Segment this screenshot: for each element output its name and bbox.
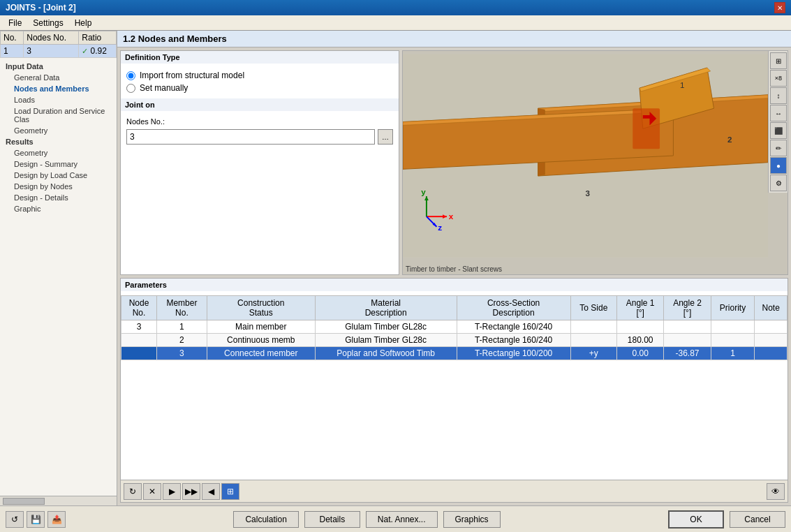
cell-cross-section: T-Rectangle 160/240 (457, 334, 570, 347)
ratio-value: 0.92 (91, 46, 107, 56)
tree-general-data[interactable]: General Data (0, 72, 117, 83)
th-construction-status: ConstructionStatus (207, 296, 315, 320)
parameters-panel: Parameters NodeNo. MemberNo. Constructio… (120, 278, 788, 503)
th-priority: Priority (711, 296, 755, 320)
definition-radio-group: Import from structural model Set manuall… (121, 68, 399, 96)
cell-cross-section: T-Rectangle 160/240 (457, 320, 570, 334)
close-button[interactable]: ✕ (774, 2, 785, 13)
viewer-label: Timber to timber - Slant screws (406, 265, 502, 273)
svg-text:y: y (421, 187, 426, 196)
cell-to-side (570, 334, 616, 347)
cell-node-no (121, 347, 157, 360)
svg-text:x: x (449, 212, 454, 221)
tree-loads[interactable]: Loads (0, 94, 117, 105)
right-content: 1.2 Nodes and Members Definition Type Im… (117, 31, 791, 505)
menu-file[interactable]: File (3, 17, 27, 29)
tree-nav: Input Data General Data Nodes and Member… (0, 58, 117, 496)
bottom-left: ↺ 💾 📤 (6, 511, 66, 528)
back-button[interactable]: ◀ (202, 483, 220, 500)
tree-design-summary[interactable]: Design - Summary (0, 158, 117, 170)
save-icon-button[interactable]: 💾 (27, 511, 45, 528)
viewer-btn-4[interactable]: ↔ (770, 105, 787, 121)
nodes-input[interactable] (126, 129, 375, 145)
table-row[interactable]: 3 Connected member Poplar and Softwood T… (121, 347, 788, 360)
cell-node-no (121, 334, 157, 347)
cell-note (755, 347, 788, 360)
tree-nodes-members[interactable]: Nodes and Members (0, 83, 117, 94)
bottom-center: Calculation Details Nat. Annex... Graphi… (233, 511, 500, 528)
viewer-btn-2[interactable]: ×8 (770, 70, 787, 87)
nodes-label: Nodes No.: (121, 115, 399, 128)
radio-manual-input[interactable] (126, 84, 135, 93)
radio-import[interactable]: Import from structural model (126, 71, 393, 80)
viewer-btn-5[interactable]: ⬛ (770, 122, 787, 139)
cancel-button[interactable]: Cancel (730, 511, 785, 528)
refresh-button[interactable]: ↻ (124, 483, 142, 500)
left-scrollbar[interactable] (0, 496, 117, 505)
menu-help[interactable]: Help (69, 17, 98, 29)
radio-import-input[interactable] (126, 71, 135, 80)
window-title: JOINTS - [Joint 2] (6, 3, 76, 13)
cell-note (755, 320, 788, 334)
cell-member-no: 3 (157, 347, 207, 360)
viewer-btn-3[interactable]: ↕ (770, 87, 787, 104)
svg-text:2: 2 (727, 135, 732, 144)
th-node-no: NodeNo. (121, 296, 157, 320)
radio-manual-label: Set manually (140, 83, 188, 93)
table-button[interactable]: ⊞ (221, 483, 239, 500)
viewer-canvas: 3 2 1 x y z (403, 51, 768, 260)
col-no: No. (1, 31, 24, 45)
cell-status: Main member (207, 320, 315, 334)
refresh-icon-button[interactable]: ↺ (6, 511, 24, 528)
definition-type-title: Definition Type (121, 51, 399, 64)
fast-forward-button[interactable]: ▶▶ (182, 483, 200, 500)
export-icon-button[interactable]: 📤 (47, 511, 66, 528)
viewer-btn-7[interactable]: ● (770, 157, 787, 174)
table-row[interactable]: 1 3 ✓ 0.92 (1, 45, 117, 58)
titlebar: JOINTS - [Joint 2] ✕ (0, 0, 791, 15)
menu-settings[interactable]: Settings (27, 17, 68, 29)
cell-no: 1 (1, 45, 24, 58)
tree-geometry-results[interactable]: Geometry (0, 147, 117, 158)
cell-angle1: 0.00 (617, 347, 664, 360)
ok-button[interactable]: OK (668, 510, 724, 529)
th-cross-section: Cross-SectionDescription (457, 296, 570, 320)
radio-import-label: Import from structural model (140, 71, 244, 80)
tree-load-duration[interactable]: Load Duration and Service Clas (0, 105, 117, 125)
nodes-field-row: … (121, 128, 399, 146)
input-data-label: Input Data (0, 61, 117, 72)
joint-on-section: Joint on Nodes No.: … (121, 98, 399, 146)
tree-design-details[interactable]: Design - Details (0, 192, 117, 203)
joint-on-title: Joint on (121, 98, 399, 111)
view-toggle-button[interactable]: 👁 (767, 483, 785, 500)
viewer-btn-1[interactable]: ⊞ (770, 52, 787, 69)
cell-to-side: +y (570, 347, 616, 360)
delete-button[interactable]: ✕ (143, 483, 161, 500)
left-panel: No. Nodes No. Ratio 1 3 ✓ 0.92 Input Dat… (0, 31, 117, 505)
cell-ratio: ✓ 0.92 (79, 45, 117, 58)
viewer-btn-8[interactable]: ⚙ (770, 175, 787, 191)
forward-button[interactable]: ▶ (163, 483, 181, 500)
svg-text:z: z (438, 223, 442, 232)
definition-panel: Definition Type Import from structural m… (120, 50, 399, 275)
details-button[interactable]: Details (304, 511, 360, 528)
table-row[interactable]: 3 1 Main member Glulam Timber GL28c T-Re… (121, 320, 788, 334)
radio-manual[interactable]: Set manually (126, 83, 393, 93)
cell-member-no: 2 (157, 334, 207, 347)
svg-rect-8 (633, 108, 660, 149)
tree-design-nodes[interactable]: Design by Nodes (0, 181, 117, 192)
section-header: 1.2 Nodes and Members (117, 31, 791, 47)
tree-graphic[interactable]: Graphic (0, 203, 117, 214)
nat-annex-button[interactable]: Nat. Annex... (366, 511, 438, 528)
nodes-browse-button[interactable]: … (378, 129, 393, 145)
cell-priority (711, 320, 755, 334)
graphics-button[interactable]: Graphics (443, 511, 501, 528)
tree-geometry-input[interactable]: Geometry (0, 125, 117, 136)
svg-text:1: 1 (680, 80, 684, 89)
table-row[interactable]: 2 Continuous memb Glulam Timber GL28c T-… (121, 334, 788, 347)
viewer-panel: 3 2 1 x y z (402, 50, 788, 275)
tree-design-load-case[interactable]: Design by Load Case (0, 170, 117, 181)
viewer-btn-6[interactable]: ✏ (770, 140, 787, 156)
calculation-button[interactable]: Calculation (233, 511, 298, 528)
parameters-title: Parameters (121, 279, 788, 291)
